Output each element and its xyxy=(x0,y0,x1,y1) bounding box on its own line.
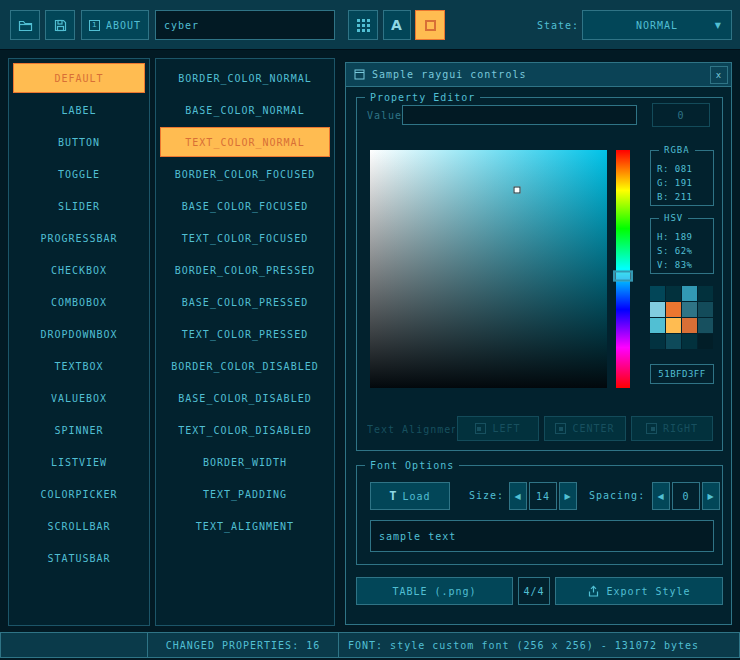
about-button[interactable]: i ABOUT xyxy=(81,10,149,40)
properties-list-item[interactable]: TEXT_ALIGNMENT xyxy=(160,511,330,541)
properties-list-item[interactable]: BASE_COLOR_DISABLED xyxy=(160,383,330,413)
controls-list-item[interactable]: LABEL xyxy=(13,95,145,125)
controls-list-item[interactable]: SLIDER xyxy=(13,191,145,221)
right-arrow-icon: ▶ xyxy=(564,492,571,501)
size-value[interactable]: 14 xyxy=(529,482,557,510)
font-options-group: Font Options T Load Size: ◀ 14 ▶ Spacing… xyxy=(356,465,723,565)
color-swatch[interactable] xyxy=(682,302,697,317)
save-style-button[interactable] xyxy=(45,10,75,40)
align-right-icon xyxy=(646,423,657,434)
controls-list-item[interactable]: PROGRESSBAR xyxy=(13,223,145,253)
color-swatch[interactable] xyxy=(666,318,681,333)
properties-list-item[interactable]: BORDER_COLOR_NORMAL xyxy=(160,63,330,93)
color-edit-mode-button[interactable] xyxy=(415,10,445,40)
rguistyler-window: i ABOUT A State: NORMAL ▼ DEFAULTLABELBU… xyxy=(0,0,740,660)
color-picker-area[interactable] xyxy=(370,150,607,388)
controls-list-item[interactable]: SPINNER xyxy=(13,415,145,445)
controls-list-item[interactable]: DEFAULT xyxy=(13,63,145,93)
panel-title: Sample raygui controls xyxy=(372,69,526,80)
color-swatch[interactable] xyxy=(666,286,681,301)
about-label: ABOUT xyxy=(106,20,141,31)
color-swatch[interactable] xyxy=(666,334,681,349)
chevron-down-icon: ▼ xyxy=(715,21,722,30)
color-picker-cursor[interactable] xyxy=(513,187,520,194)
text-alignment-label: Text Alignment xyxy=(367,424,455,435)
sample-controls-panel: Sample raygui controls x Property Editor… xyxy=(345,62,732,625)
color-swatch[interactable] xyxy=(650,334,665,349)
panel-title-bar: Sample raygui controls x xyxy=(346,63,731,87)
value-input[interactable] xyxy=(402,105,637,125)
properties-list-item[interactable]: BASE_COLOR_NORMAL xyxy=(160,95,330,125)
properties-list-item[interactable]: TEXT_COLOR_PRESSED xyxy=(160,319,330,349)
font-atlas-button[interactable]: A xyxy=(383,10,411,40)
export-style-button[interactable]: Export Style xyxy=(555,577,723,605)
properties-list-item[interactable]: BASE_COLOR_FOCUSED xyxy=(160,191,330,221)
spacing-label: Spacing: xyxy=(589,490,645,501)
controls-list-item[interactable]: COMBOBOX xyxy=(13,287,145,317)
table-png-button[interactable]: TABLE (.png) xyxy=(356,577,513,605)
floppy-disk-icon xyxy=(53,18,68,33)
left-arrow-icon: ◀ xyxy=(514,492,521,501)
size-decrease-button[interactable]: ◀ xyxy=(509,482,527,510)
size-increase-button[interactable]: ▶ xyxy=(559,482,577,510)
controls-list-item[interactable]: TOGGLE xyxy=(13,159,145,189)
color-swatch[interactable] xyxy=(682,318,697,333)
spacing-increase-button[interactable]: ▶ xyxy=(702,482,720,510)
properties-list-item[interactable]: TEXT_COLOR_FOCUSED xyxy=(160,223,330,253)
color-swatch[interactable] xyxy=(698,286,713,301)
close-button[interactable]: x xyxy=(710,66,728,84)
color-swatch[interactable] xyxy=(698,302,713,317)
color-swatch[interactable] xyxy=(650,302,665,317)
controls-list-item[interactable]: BUTTON xyxy=(13,127,145,157)
color-swatch[interactable] xyxy=(650,318,665,333)
spacing-decrease-button[interactable]: ◀ xyxy=(652,482,670,510)
align-left-button[interactable]: LEFT xyxy=(457,416,539,441)
style-color-palette xyxy=(650,286,714,349)
properties-list-item[interactable]: TEXT_COLOR_NORMAL xyxy=(160,127,330,157)
style-name-input[interactable] xyxy=(155,10,335,40)
controls-list-item[interactable]: COLORPICKER xyxy=(13,479,145,509)
hsv-saturation-value: S: 62% xyxy=(651,244,713,258)
color-swatch[interactable] xyxy=(698,334,713,349)
properties-list-item[interactable]: BORDER_COLOR_PRESSED xyxy=(160,255,330,285)
sample-text-input[interactable] xyxy=(370,520,714,552)
properties-list-item[interactable]: BORDER_WIDTH xyxy=(160,447,330,477)
load-font-label: Load xyxy=(403,491,431,502)
color-swatch[interactable] xyxy=(698,318,713,333)
controls-list-item[interactable]: TEXTBOX xyxy=(13,351,145,381)
hue-slider-handle[interactable] xyxy=(613,271,633,282)
hsv-value-value: V: 83% xyxy=(651,258,713,272)
color-swatch[interactable] xyxy=(666,302,681,317)
hex-color-value[interactable]: 51BFD3FF xyxy=(650,364,714,384)
controls-list-item[interactable]: STATUSBAR xyxy=(13,543,145,573)
state-value: NORMAL xyxy=(636,20,678,31)
align-right-button[interactable]: RIGHT xyxy=(631,416,713,441)
load-style-button[interactable] xyxy=(10,10,40,40)
controls-list-item[interactable]: VALUEBOX xyxy=(13,383,145,413)
properties-list-item[interactable]: TEXT_COLOR_DISABLED xyxy=(160,415,330,445)
grid-icon xyxy=(357,19,370,32)
hue-slider[interactable] xyxy=(616,150,630,388)
value-spinner[interactable]: 0 xyxy=(652,103,710,127)
properties-list-item[interactable]: TEXT_PADDING xyxy=(160,479,330,509)
style-table-button[interactable] xyxy=(348,10,378,40)
color-swatch[interactable] xyxy=(682,334,697,349)
controls-list-item[interactable]: SCROLLBAR xyxy=(13,511,145,541)
properties-list-item[interactable]: BORDER_COLOR_FOCUSED xyxy=(160,159,330,189)
align-center-label: CENTER xyxy=(572,423,614,434)
properties-list-item[interactable]: BASE_COLOR_PRESSED xyxy=(160,287,330,317)
controls-list-item[interactable]: CHECKBOX xyxy=(13,255,145,285)
controls-list-item[interactable]: LISTVIEW xyxy=(13,447,145,477)
controls-list: DEFAULTLABELBUTTONTOGGLESLIDERPROGRESSBA… xyxy=(8,58,150,626)
status-changed-properties: CHANGED PROPERTIES: 16 xyxy=(147,632,339,658)
align-center-button[interactable]: CENTER xyxy=(544,416,626,441)
state-dropdown[interactable]: NORMAL ▼ xyxy=(582,10,732,40)
font-options-group-label: Font Options xyxy=(365,459,459,472)
properties-list-item[interactable]: BORDER_COLOR_DISABLED xyxy=(160,351,330,381)
load-font-button[interactable]: T Load xyxy=(370,482,450,510)
rgba-group: RGBA R: 081 G: 191 B: 211 xyxy=(650,150,714,206)
color-swatch[interactable] xyxy=(650,286,665,301)
controls-list-item[interactable]: DROPDOWNBOX xyxy=(13,319,145,349)
spacing-value[interactable]: 0 xyxy=(672,482,700,510)
color-swatch[interactable] xyxy=(682,286,697,301)
